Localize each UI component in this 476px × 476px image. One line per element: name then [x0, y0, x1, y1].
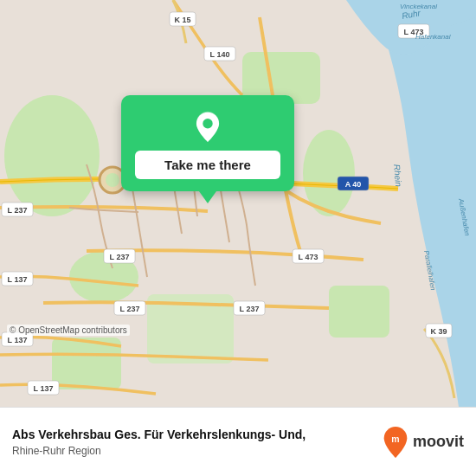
svg-point-9	[106, 173, 119, 187]
svg-text:L 137: L 137	[34, 384, 54, 393]
location-subtitle: Rhine-Ruhr Region	[12, 445, 382, 457]
svg-text:L 237: L 237	[240, 305, 260, 313]
svg-text:A 40: A 40	[345, 180, 362, 189]
map-background: K 15 L 140 L 473 L 237 L 237 L 473 L 237…	[0, 0, 476, 407]
svg-point-44	[203, 119, 212, 128]
info-bar: Abs Verkehrsbau Ges. Für Verkehrslenkung…	[0, 407, 476, 476]
svg-text:Hafenkanal: Hafenkanal	[415, 33, 451, 41]
location-title: Abs Verkehrsbau Ges. Für Verkehrslenkung…	[12, 427, 382, 444]
svg-point-1	[4, 95, 100, 216]
location-popup: Take me there	[121, 95, 294, 191]
map-attribution: © OpenStreetMap contributors	[7, 325, 130, 336]
svg-text:Vinckekanal: Vinckekanal	[400, 3, 437, 10]
moovit-logo: m moovit	[382, 426, 464, 459]
svg-text:L 237: L 237	[110, 253, 130, 261]
take-me-there-button[interactable]: Take me there	[135, 151, 280, 179]
svg-text:L 237: L 237	[8, 206, 28, 215]
moovit-pin-icon: m	[382, 426, 409, 459]
svg-text:L 473: L 473	[299, 253, 318, 261]
svg-text:L 137: L 137	[8, 275, 28, 284]
map-pin-icon	[192, 111, 223, 142]
svg-text:L 237: L 237	[120, 305, 140, 313]
moovit-wordmark: moovit	[413, 433, 464, 451]
svg-text:Rhein: Rhein	[392, 164, 403, 187]
svg-text:L 140: L 140	[210, 50, 230, 59]
svg-text:K 15: K 15	[174, 16, 190, 24]
svg-rect-7	[329, 286, 389, 338]
location-info: Abs Verkehrsbau Ges. Für Verkehrslenkung…	[12, 427, 382, 458]
svg-text:m: m	[391, 434, 399, 444]
svg-text:L 137: L 137	[8, 336, 28, 344]
svg-text:K 39: K 39	[430, 327, 447, 336]
map-container: K 15 L 140 L 473 L 237 L 237 L 473 L 237…	[0, 0, 476, 407]
